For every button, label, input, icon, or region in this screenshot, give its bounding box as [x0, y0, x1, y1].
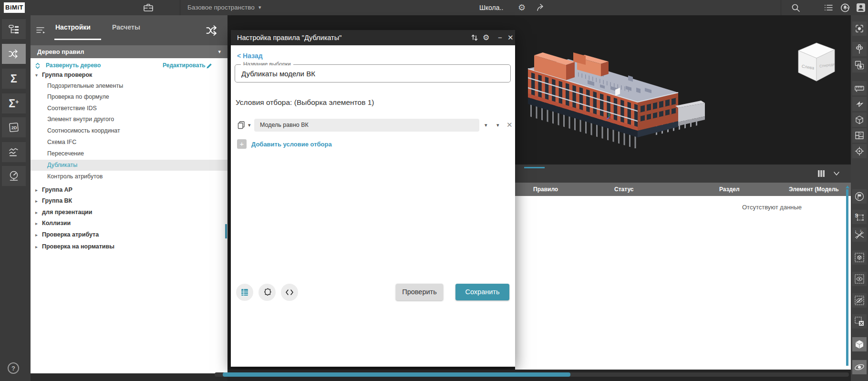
scroll-up-arrow[interactable] [846, 185, 849, 188]
project-settings-gear-icon[interactable]: ⚙ [518, 3, 526, 12]
collisions-tool[interactable]: 12 [852, 227, 867, 242]
share-icon[interactable] [536, 3, 546, 12]
topbar-divider [781, 0, 781, 15]
sum-tool[interactable]: Σ [2, 69, 26, 89]
sort-arrows-icon[interactable] [470, 33, 479, 42]
horizontal-scrollbar-thumb[interactable] [223, 372, 570, 377]
tree-item-ids-compliance[interactable]: Соответствие IDS [31, 103, 227, 114]
minimize-icon[interactable]: − [498, 30, 502, 45]
orbit-tool[interactable] [852, 360, 867, 374]
chevron-down-icon[interactable] [833, 171, 840, 176]
modal-title: Настройка правила "Дубликаты" [237, 34, 341, 41]
add-icon[interactable]: + [237, 139, 247, 149]
tree-group-collisions[interactable]: ▸Коллизии [31, 218, 227, 229]
list-menu-icon[interactable] [824, 3, 833, 12]
column-element-model[interactable]: Элемент (Модель [789, 183, 839, 196]
clear-selection-tool[interactable] [852, 314, 867, 329]
tree-group-vk[interactable]: ▸Группа ВК [31, 196, 227, 206]
modal-title-bar[interactable]: Настройка правила "Дубликаты" ⚙ − ✕ [231, 30, 515, 45]
results-scrollbar-thumb[interactable] [846, 189, 848, 366]
2d-view-tool[interactable]: 2D [2, 117, 26, 137]
workspace-selector[interactable]: Базовое пространство [187, 0, 255, 15]
focus-element-tool[interactable] [852, 21, 867, 36]
copy-icon[interactable] [237, 121, 246, 129]
table-view-button[interactable] [236, 284, 253, 301]
column-rule[interactable]: Правило [533, 183, 558, 196]
remove-condition-icon[interactable]: ✕ [506, 121, 513, 129]
right-toolbar: S 12 [851, 15, 868, 381]
structure-tree-tool[interactable] [852, 42, 867, 56]
help-button[interactable]: ? [8, 362, 19, 374]
show-elements-tool[interactable] [852, 272, 867, 286]
section-box-tool[interactable] [852, 113, 867, 127]
tree-item-duplicates[interactable]: Дубликаты [31, 160, 227, 171]
selection-name-input[interactable] [241, 65, 504, 82]
notifications-sync-icon[interactable] [840, 3, 850, 12]
column-section[interactable]: Раздел [719, 183, 740, 196]
tree-item-coordinates[interactable]: Соотносимость координат [31, 125, 227, 136]
conditions-heading: Условия отбора: (Выборка элементов 1) [236, 98, 374, 107]
tree-group-presentation[interactable]: ▸для презентации [31, 207, 227, 218]
code-button[interactable] [281, 284, 298, 301]
floorplan-tool[interactable] [852, 128, 867, 143]
model-tree-tool[interactable] [2, 19, 26, 39]
section-plane-tool[interactable] [852, 97, 867, 111]
user-account-icon[interactable] [856, 3, 866, 12]
left-toolbar: Σ Σ+ 2D ? [0, 15, 31, 381]
tab-calculations[interactable]: Расчеты [112, 23, 140, 31]
tree-item-formula-check[interactable]: Проверка по формуле [31, 92, 227, 103]
modal-settings-gear-icon[interactable]: ⚙ [483, 33, 489, 42]
rules-tree-section-header[interactable]: Дерево правил ▾ [31, 45, 227, 58]
tab-settings[interactable]: Настройки [55, 23, 91, 31]
column-status[interactable]: Статус [614, 183, 633, 196]
measure-ruler-tool[interactable] [852, 81, 867, 95]
shuffle-icon[interactable] [205, 24, 219, 37]
tree-item-intersection[interactable]: Пересечение [31, 148, 227, 159]
chevron-down-icon[interactable]: ▾ [496, 122, 499, 128]
search-icon[interactable] [791, 3, 800, 12]
panel-scrollbar-thumb[interactable] [225, 224, 227, 238]
tree-group-checks[interactable]: ▾ Группа проверок [31, 70, 227, 81]
selection-name-field[interactable]: Название выборки [235, 64, 511, 82]
add-condition-link[interactable]: Добавить условие отбора [251, 141, 332, 148]
tree-group-attribute-check[interactable]: ▸Проверка атрибута [31, 229, 227, 240]
check-button[interactable]: Проверить [396, 284, 443, 300]
condition-field[interactable]: Модель равно ВК [254, 119, 479, 132]
panel-menu-icon[interactable] [36, 26, 46, 35]
back-link[interactable]: < Назад [237, 52, 263, 60]
chevron-down-icon: ▾ [218, 45, 221, 58]
hide-elements-tool[interactable] [852, 293, 867, 308]
tree-group-ar[interactable]: ▸Группа АР [31, 185, 227, 196]
plugin-puzzle-button[interactable] [258, 284, 276, 301]
solid-view-tool[interactable] [852, 337, 867, 351]
svg-text:2: 2 [860, 229, 861, 232]
columns-icon[interactable] [817, 170, 825, 177]
tree-item-element-inside[interactable]: Элемент внутри другого [31, 114, 227, 125]
pencil-icon[interactable] [206, 62, 213, 70]
flag-marker-tool[interactable] [852, 189, 867, 204]
locate-target-tool[interactable] [852, 144, 867, 158]
tree-item-suspicious-elements[interactable]: Подозрительные элементы [31, 81, 227, 92]
charts-tool[interactable] [2, 142, 26, 162]
chevron-down-icon: ▾ [35, 70, 38, 81]
rules-shuffle-tool[interactable] [2, 44, 26, 64]
briefcase-icon[interactable] [143, 3, 154, 12]
dashboard-gauge-tool[interactable] [2, 166, 26, 186]
isolate-element-tool[interactable] [852, 250, 867, 265]
chevron-down-icon[interactable]: ▾ [485, 122, 487, 128]
empty-data-message: Отсутствуют данные [742, 204, 802, 211]
sum-add-tool[interactable]: Σ+ [2, 93, 26, 113]
tree-item-attribute-control[interactable]: Контроль атрибутов [31, 171, 227, 182]
tree-group-standards-check[interactable]: ▸Проверка на нормативы [31, 241, 227, 252]
select-similar-tool[interactable] [852, 58, 867, 72]
rule-settings-modal: Настройка правила "Дубликаты" ⚙ − ✕ < На… [231, 30, 515, 367]
app-logo[interactable]: BiMiT [4, 2, 25, 13]
chevron-down-icon[interactable]: ▾ [248, 122, 251, 128]
view-cube[interactable]: Слева Спереди [792, 38, 841, 84]
close-icon[interactable]: ✕ [507, 30, 514, 45]
tree-item-ifc-schema[interactable]: Схема IFC [31, 137, 227, 148]
expand-tree-icon[interactable] [34, 62, 41, 70]
save-button[interactable]: Сохранить [455, 284, 509, 300]
rules-panel: Настройки Расчеты Дерево правил ▾ Развер… [31, 15, 227, 373]
selection-set-tool[interactable]: S [852, 210, 867, 224]
